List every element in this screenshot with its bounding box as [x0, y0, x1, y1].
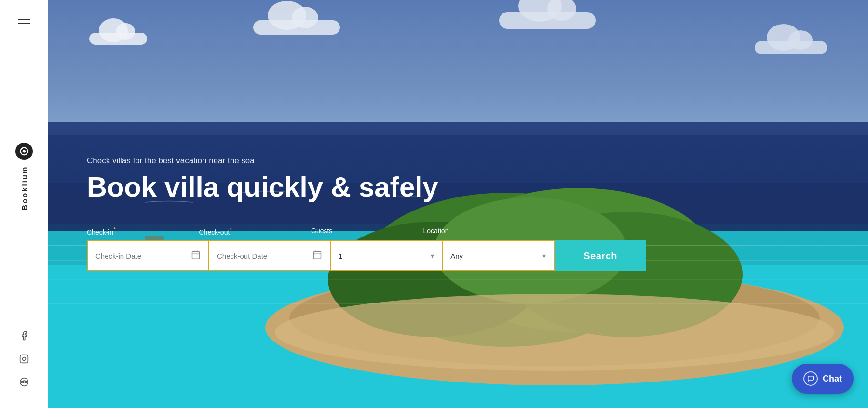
hero-content: Check villas for the best vacation near … — [48, 0, 868, 408]
sidebar: Booklium — [0, 0, 48, 408]
brand-logo-area[interactable]: Booklium — [15, 24, 33, 329]
menu-toggle-button[interactable] — [18, 19, 30, 24]
checkout-input[interactable] — [217, 252, 309, 260]
svg-rect-23 — [192, 251, 200, 259]
calendar-icon-checkout — [312, 250, 322, 262]
social-links — [17, 329, 31, 389]
hero-section: Check villas for the best vacation near … — [48, 0, 868, 408]
search-button[interactable]: Search — [555, 240, 646, 271]
search-form: Check-in* Check-out* Guests Location — [87, 226, 829, 271]
checkin-field[interactable] — [87, 240, 208, 271]
checkout-label: Check-out* — [199, 226, 312, 237]
calendar-icon-checkin — [191, 250, 201, 262]
chevron-down-guests-icon: ▾ — [431, 252, 434, 260]
hero-subtitle: Check villas for the best vacation near … — [87, 156, 829, 166]
checkout-field[interactable] — [208, 240, 330, 271]
hero-title: Book villa quickly & safely — [87, 171, 829, 202]
guests-select[interactable]: 1 2 3 4 5 6+ — [339, 252, 431, 260]
facebook-icon[interactable] — [17, 329, 31, 342]
svg-rect-1 — [20, 355, 28, 363]
chat-icon — [803, 371, 818, 386]
checkin-label: Check-in* — [87, 226, 199, 237]
brand-icon — [15, 143, 33, 160]
location-select[interactable]: Any Caribbean Mediterranean Pacific Atla… — [450, 252, 542, 260]
chevron-down-location-icon: ▾ — [542, 252, 546, 260]
checkin-input[interactable] — [95, 252, 187, 260]
guests-field[interactable]: 1 2 3 4 5 6+ ▾ — [330, 240, 442, 271]
svg-rect-27 — [314, 251, 321, 259]
guests-label: Guests — [311, 226, 423, 237]
chat-label: Chat — [823, 374, 842, 384]
location-field[interactable]: Any Caribbean Mediterranean Pacific Atla… — [442, 240, 555, 271]
tripadvisor-icon[interactable] — [17, 375, 31, 389]
brand-name: Booklium — [20, 166, 28, 210]
instagram-icon[interactable] — [17, 352, 31, 366]
location-label: Location — [423, 226, 536, 237]
chat-button[interactable]: Chat — [792, 364, 854, 394]
